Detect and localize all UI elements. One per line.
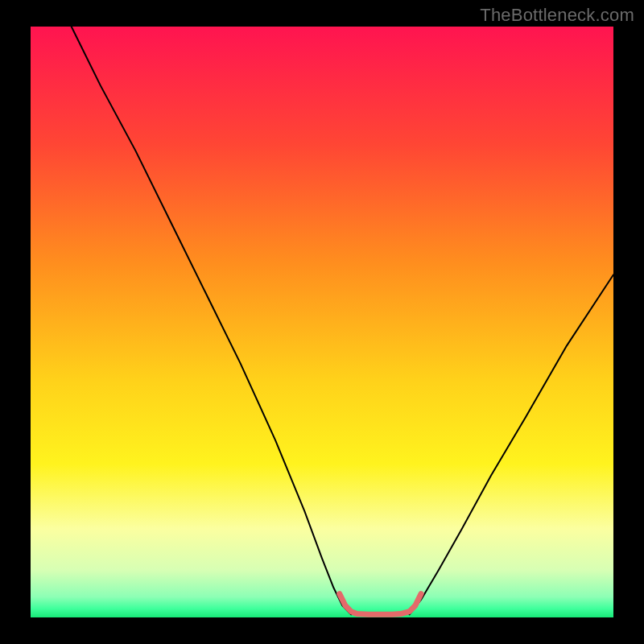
chart-stage (0, 0, 644, 644)
gradient-background (31, 27, 613, 617)
watermark-text: TheBottleneck.com (480, 5, 634, 26)
bottleneck-curve-chart (0, 0, 644, 644)
